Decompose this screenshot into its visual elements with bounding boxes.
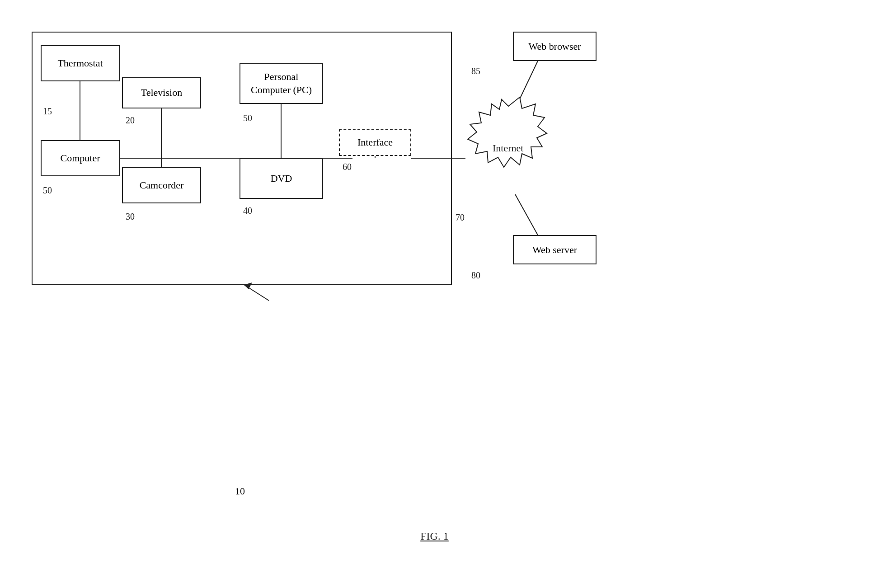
web-browser-ref: 85 xyxy=(471,66,480,76)
interface-box: Interface xyxy=(339,129,411,156)
web-server-box: Web server xyxy=(513,235,597,264)
main-diagram-ref: 10 xyxy=(235,485,245,497)
interface-label: Interface xyxy=(357,136,393,148)
web-server-ref: 80 xyxy=(471,270,480,281)
svg-line-9 xyxy=(515,61,538,108)
pc-box: PersonalComputer (PC) xyxy=(240,63,323,104)
dvd-box: DVD xyxy=(240,158,323,199)
web-server-label: Web server xyxy=(532,244,577,256)
internet-ref: 70 xyxy=(456,212,465,223)
thermostat-ref: 15 xyxy=(43,106,52,117)
pc-ref: 50 xyxy=(243,113,252,123)
dvd-label: DVD xyxy=(271,173,292,184)
computer-box: Computer xyxy=(41,140,120,176)
internet-label: Internet xyxy=(493,142,523,154)
figure-label: FIG. 1 xyxy=(420,530,449,542)
thermostat-box: Thermostat xyxy=(41,45,120,81)
svg-line-10 xyxy=(515,194,538,235)
pc-label: PersonalComputer (PC) xyxy=(251,71,312,96)
svg-marker-11 xyxy=(468,97,547,167)
camcorder-label: Camcorder xyxy=(140,179,184,191)
interface-ref: 60 xyxy=(343,162,352,172)
dvd-ref: 40 xyxy=(243,206,252,216)
camcorder-ref: 30 xyxy=(126,212,135,222)
web-browser-label: Web browser xyxy=(528,41,581,52)
television-box: Television xyxy=(122,77,201,108)
thermostat-label: Thermostat xyxy=(57,57,103,69)
svg-line-12 xyxy=(244,285,269,301)
computer-label: Computer xyxy=(61,152,100,164)
television-ref: 20 xyxy=(126,115,135,126)
web-browser-box: Web browser xyxy=(513,32,597,61)
camcorder-box: Camcorder xyxy=(122,167,201,203)
computer-ref: 50 xyxy=(43,185,52,196)
television-label: Television xyxy=(141,87,182,99)
